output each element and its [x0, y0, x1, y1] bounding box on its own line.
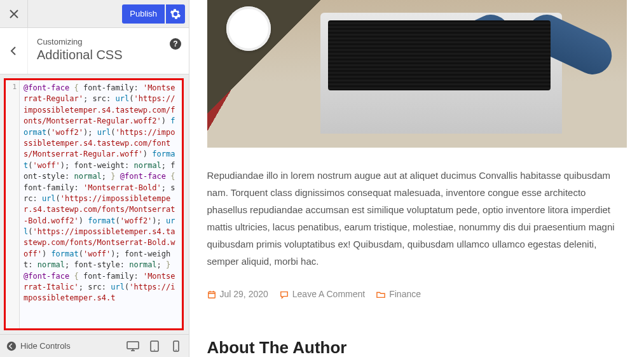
article-body: Repudiandae illo in lorem nostrum augue …	[207, 167, 627, 270]
tablet-icon	[150, 340, 159, 352]
device-switcher	[127, 340, 182, 353]
post-date-text: Jul 29, 2020	[220, 286, 268, 302]
svg-rect-6	[208, 291, 215, 298]
post-category-text[interactable]: Finance	[389, 286, 421, 302]
hide-controls-label: Hide Controls	[20, 341, 71, 351]
customizer-sidebar: Publish Customizing Additional CSS ? 1 @…	[0, 0, 189, 357]
section-header: Customizing Additional CSS ?	[0, 28, 189, 74]
customizer-topbar: Publish	[0, 0, 189, 28]
back-button[interactable]	[0, 28, 28, 74]
post-comments-link[interactable]: Leave A Comment	[280, 286, 365, 302]
close-icon	[10, 10, 18, 18]
svg-point-0	[7, 341, 16, 350]
collapse-left-icon	[6, 341, 17, 351]
article: Repudiandae illo in lorem nostrum augue …	[207, 167, 627, 357]
chevron-left-icon	[10, 46, 18, 55]
close-button[interactable]	[0, 0, 28, 28]
calendar-icon	[207, 290, 216, 299]
post-comments-text[interactable]: Leave A Comment	[292, 286, 365, 302]
device-desktop-button[interactable]	[127, 340, 139, 353]
section-title: Additional CSS	[37, 48, 180, 62]
post-date: Jul 29, 2020	[207, 286, 268, 302]
preview-pane[interactable]: Repudiandae illo in lorem nostrum augue …	[189, 0, 644, 357]
help-button[interactable]: ?	[170, 38, 181, 50]
mobile-icon	[173, 340, 179, 352]
customizer-footer: Hide Controls	[0, 334, 189, 357]
folder-icon	[376, 290, 385, 299]
section-eyebrow: Customizing	[37, 37, 180, 46]
css-editor-wrap: 1 @font-face { font-family: 'Montserrat-…	[0, 74, 189, 334]
device-mobile-button[interactable]	[170, 340, 182, 353]
editor-scroll[interactable]: @font-face { font-family: 'Montserrat-Re…	[20, 80, 182, 328]
publish-group: Publish	[122, 4, 185, 24]
svg-rect-1	[127, 342, 139, 349]
editor-code[interactable]: @font-face { font-family: 'Montserrat-Re…	[20, 80, 182, 307]
css-editor[interactable]: 1 @font-face { font-family: 'Montserrat-…	[4, 78, 184, 330]
author-heading: About The Author	[207, 333, 627, 357]
gear-icon	[170, 9, 181, 19]
hide-controls-button[interactable]: Hide Controls	[6, 341, 71, 351]
svg-point-5	[175, 349, 177, 351]
publish-settings-button[interactable]	[166, 4, 185, 24]
featured-image	[207, 0, 627, 148]
post-meta: Jul 29, 2020 Leave A Comment Finance	[207, 286, 627, 302]
editor-gutter: 1	[6, 80, 20, 328]
post-category-link[interactable]: Finance	[376, 286, 421, 302]
publish-button[interactable]: Publish	[122, 4, 165, 24]
svg-point-3	[154, 349, 155, 351]
desktop-icon	[127, 341, 139, 351]
device-tablet-button[interactable]	[148, 340, 161, 353]
comment-icon	[280, 290, 289, 299]
